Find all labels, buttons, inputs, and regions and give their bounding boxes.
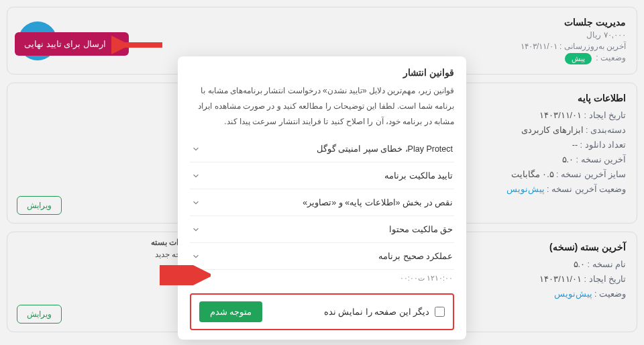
modal-counter: ۱۲۱۰:۰۰ ت۰۰:۰۰ <box>190 270 454 289</box>
chevron-down-icon <box>191 198 201 207</box>
modal-footer: دیگر این صفحه را نمایش نده متوجه شدم <box>190 293 454 330</box>
dont-show-checkbox[interactable] <box>435 307 445 317</box>
annotation-arrow-1 <box>111 35 165 55</box>
accordion-item-1[interactable]: تایید مالکیت برنامه <box>190 162 454 189</box>
chevron-down-icon <box>191 225 201 234</box>
understood-button[interactable]: متوجه شدم <box>199 301 262 322</box>
chevron-down-icon <box>191 252 201 261</box>
rules-modal: قوانین انتشار قوانین زیر، مهم‌ترین دلایل… <box>178 56 466 340</box>
annotation-arrow-2 <box>157 265 211 285</box>
accordion-item-0[interactable]: Play Protect، خطای سپر امنیتی گوگل <box>190 136 454 162</box>
accordion-item-4[interactable]: عملکرد صحیح برنامه <box>190 243 454 269</box>
accordion-item-2[interactable]: نقص در بخش «اطلاعات پایه» و «تصاویر» <box>190 189 454 215</box>
dont-show-checkbox-label[interactable]: دیگر این صفحه را نمایش نده <box>324 307 445 317</box>
modal-description: قوانین زیر، مهم‌ترین دلایل «تایید نشدن» … <box>190 83 454 129</box>
accordion-item-3[interactable]: حق مالکیت محتوا <box>190 216 454 242</box>
chevron-down-icon <box>191 171 201 181</box>
chevron-down-icon <box>191 144 201 154</box>
modal-title: قوانین انتشار <box>190 67 454 78</box>
